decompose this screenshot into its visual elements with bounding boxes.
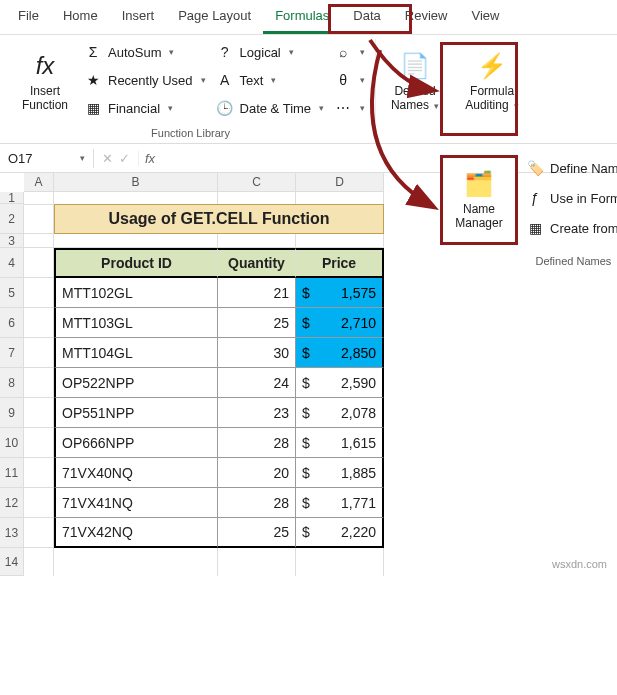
row-header-8[interactable]: 8 <box>0 368 24 398</box>
row-header-3[interactable]: 3 <box>0 234 24 248</box>
cell-product-id[interactable]: 71VX42NQ <box>54 518 218 548</box>
row-header-12[interactable]: 12 <box>0 488 24 518</box>
defined-names-submenu: 🏷️Define Nam ƒUse in Form ▦Create from D… <box>522 155 617 267</box>
financial-icon: ▦ <box>84 100 102 116</box>
sigma-icon: Σ <box>84 44 102 60</box>
fx-icon: fx <box>139 151 161 166</box>
insert-function-label: InsertFunction <box>22 84 68 113</box>
ribbon-formulas: fx InsertFunction ΣAutoSum▾ ★Recently Us… <box>0 35 617 143</box>
cell-quantity[interactable]: 28 <box>218 488 296 518</box>
col-header-a[interactable]: A <box>24 173 54 192</box>
header-price[interactable]: Price <box>296 248 384 278</box>
header-quantity[interactable]: Quantity <box>218 248 296 278</box>
annotation-name-manager-box: 🗂️ NameManager <box>440 155 518 245</box>
cell-quantity[interactable]: 21 <box>218 278 296 308</box>
cell-quantity[interactable]: 23 <box>218 398 296 428</box>
create-icon: ▦ <box>526 220 544 236</box>
cell-price[interactable]: $2,078 <box>296 398 384 428</box>
cell-price[interactable]: $1,575 <box>296 278 384 308</box>
fx-tag-icon: ƒ <box>526 190 544 206</box>
col-header-d[interactable]: D <box>296 173 384 192</box>
tag-icon: 🏷️ <box>526 160 544 176</box>
text-icon: A <box>216 72 234 88</box>
tab-home[interactable]: Home <box>51 0 110 34</box>
more-functions-button[interactable]: ⋯▾ <box>330 95 369 121</box>
annotation-defined-names-box <box>440 42 518 136</box>
cell-product-id[interactable]: MTT103GL <box>54 308 218 338</box>
cell-price[interactable]: $2,590 <box>296 368 384 398</box>
chevron-down-icon: ▾ <box>80 153 85 163</box>
cell-quantity[interactable]: 28 <box>218 428 296 458</box>
tab-insert[interactable]: Insert <box>110 0 167 34</box>
tab-file[interactable]: File <box>6 0 51 34</box>
defined-names-label: Defined Names <box>522 255 617 267</box>
defined-names-icon: 📄 <box>400 52 430 80</box>
header-product-id[interactable]: Product ID <box>54 248 218 278</box>
text-button[interactable]: AText▾ <box>212 67 329 93</box>
cell-price[interactable]: $1,771 <box>296 488 384 518</box>
lookup-button[interactable]: ⌕▾ <box>330 39 369 65</box>
name-box[interactable]: O17▾ <box>0 149 94 168</box>
math-icon: θ <box>334 72 352 88</box>
formula-buttons: ✕ ✓ <box>94 151 139 166</box>
insert-function-button[interactable]: fx InsertFunction <box>12 39 78 125</box>
check-icon: ✓ <box>119 151 130 166</box>
menu-bar: File Home Insert Page Layout Formulas Da… <box>0 0 617 35</box>
cell-price[interactable]: $1,615 <box>296 428 384 458</box>
recently-used-button[interactable]: ★Recently Used▾ <box>80 67 210 93</box>
tab-page-layout[interactable]: Page Layout <box>166 0 263 34</box>
define-name-button[interactable]: 🏷️Define Nam <box>522 155 617 181</box>
annotation-formulas-box <box>328 4 412 34</box>
name-manager-icon: 🗂️ <box>464 170 494 198</box>
name-manager-button[interactable]: 🗂️ NameManager <box>443 158 515 242</box>
row-header-7[interactable]: 7 <box>0 338 24 368</box>
math-trig-button[interactable]: θ▾ <box>330 67 369 93</box>
function-library-label: Function Library <box>151 127 230 139</box>
clock-icon: 🕒 <box>216 100 234 116</box>
cell-quantity[interactable]: 30 <box>218 338 296 368</box>
cell-product-id[interactable]: OP666NPP <box>54 428 218 458</box>
row-header-1[interactable]: 1 <box>0 192 24 204</box>
row-header-2[interactable]: 2 <box>0 204 24 234</box>
row-header-5[interactable]: 5 <box>0 278 24 308</box>
row-header-9[interactable]: 9 <box>0 398 24 428</box>
col-header-c[interactable]: C <box>218 173 296 192</box>
star-icon: ★ <box>84 72 102 88</box>
more-icon: ⋯ <box>334 100 352 116</box>
row-header-10[interactable]: 10 <box>0 428 24 458</box>
financial-button[interactable]: ▦Financial▾ <box>80 95 210 121</box>
row-header-13[interactable]: 13 <box>0 518 24 548</box>
logical-icon: ? <box>216 44 234 60</box>
tab-view[interactable]: View <box>459 0 511 34</box>
col-header-b[interactable]: B <box>54 173 218 192</box>
row-header-11[interactable]: 11 <box>0 458 24 488</box>
cell-price[interactable]: $1,885 <box>296 458 384 488</box>
watermark: wsxdn.com <box>552 558 607 570</box>
cell-quantity[interactable]: 25 <box>218 308 296 338</box>
title-cell[interactable]: Usage of GET.CELL Function <box>54 204 384 234</box>
create-from-selection-button[interactable]: ▦Create from <box>522 215 617 241</box>
cell-price[interactable]: $2,850 <box>296 338 384 368</box>
cell-quantity[interactable]: 25 <box>218 518 296 548</box>
cell-product-id[interactable]: OP522NPP <box>54 368 218 398</box>
cell-product-id[interactable]: MTT102GL <box>54 278 218 308</box>
cell-quantity[interactable]: 20 <box>218 458 296 488</box>
use-in-formula-button[interactable]: ƒUse in Form <box>522 185 617 211</box>
row-header-6[interactable]: 6 <box>0 308 24 338</box>
cell-product-id[interactable]: OP551NPP <box>54 398 218 428</box>
date-time-button[interactable]: 🕒Date & Time▾ <box>212 95 329 121</box>
cell-quantity[interactable]: 24 <box>218 368 296 398</box>
autosum-button[interactable]: ΣAutoSum▾ <box>80 39 210 65</box>
row-header-14[interactable]: 14 <box>0 548 24 576</box>
row-header-4[interactable]: 4 <box>0 248 24 278</box>
cell-product-id[interactable]: 71VX40NQ <box>54 458 218 488</box>
cell-product-id[interactable]: 71VX41NQ <box>54 488 218 518</box>
cell-price[interactable]: $2,220 <box>296 518 384 548</box>
lookup-icon: ⌕ <box>334 44 352 60</box>
fx-icon: fx <box>36 52 55 80</box>
cell-product-id[interactable]: MTT104GL <box>54 338 218 368</box>
cancel-icon: ✕ <box>102 151 113 166</box>
cell-price[interactable]: $2,710 <box>296 308 384 338</box>
logical-button[interactable]: ?Logical▾ <box>212 39 329 65</box>
